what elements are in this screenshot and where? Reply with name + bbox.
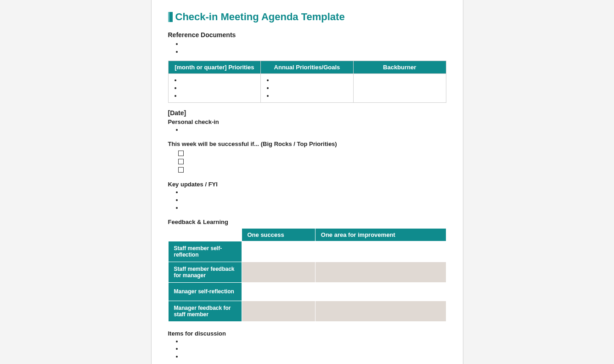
document-page: Check-in Meeting Agenda Template Referen… — [151, 0, 463, 364]
priorities-header-period: [month or quarter] Priorities — [168, 61, 261, 73]
section-personal-checkin: Personal check-in — [168, 118, 446, 125]
feedback-row-manager-self: Manager self-reflection — [168, 282, 242, 301]
list-item — [183, 48, 446, 56]
feedback-row-manager-for-staff: Manager feedback for staff member — [168, 301, 242, 321]
feedback-cell — [315, 282, 446, 301]
section-reference-documents: Reference Documents — [168, 31, 446, 39]
list-item — [183, 353, 446, 361]
checkbox-item[interactable] — [178, 149, 446, 157]
section-successful-if: This week will be successful if... (Big … — [168, 140, 446, 147]
section-feedback-learning: Feedback & Learning — [168, 218, 446, 225]
feedback-row-staff-self: Staff member self-reflection — [168, 241, 242, 262]
reference-docs-list — [168, 40, 446, 56]
title-row: Check-in Meeting Agenda Template — [168, 11, 446, 23]
section-items-discussion: Items for discussion — [168, 330, 446, 337]
key-updates-list — [168, 189, 446, 212]
feedback-table: One success One area for improvement Sta… — [168, 228, 446, 322]
personal-checkin-list — [168, 126, 446, 134]
bookmark-icon — [168, 12, 173, 22]
priorities-cell-annual — [261, 73, 354, 103]
priorities-cell-backburner — [353, 73, 446, 103]
feedback-header-success: One success — [242, 228, 315, 241]
feedback-cell — [315, 262, 446, 282]
list-item — [183, 204, 446, 212]
list-item — [274, 92, 350, 100]
priorities-table: [month or quarter] Priorities Annual Pri… — [168, 61, 446, 103]
section-key-updates: Key updates / FYI — [168, 181, 446, 188]
checkbox-item[interactable] — [178, 166, 446, 174]
list-item — [181, 92, 258, 100]
checkbox-item[interactable] — [178, 158, 446, 166]
feedback-row-staff-for-manager: Staff member feedback for manager — [168, 262, 242, 282]
section-date: [Date] — [168, 109, 446, 117]
priorities-header-annual: Annual Priorities/Goals — [261, 61, 354, 73]
page-title: Check-in Meeting Agenda Template — [175, 11, 345, 23]
feedback-cell — [242, 241, 315, 262]
list-item — [274, 77, 350, 84]
list-item — [183, 196, 446, 204]
list-item — [183, 40, 446, 48]
list-item — [183, 189, 446, 196]
list-item — [183, 126, 446, 134]
feedback-header-improvement: One area for improvement — [315, 228, 446, 241]
feedback-cell — [315, 301, 446, 321]
list-item — [181, 77, 258, 84]
list-item — [274, 84, 350, 92]
list-item — [183, 345, 446, 353]
feedback-cell — [242, 301, 315, 321]
feedback-cell — [242, 262, 315, 282]
successful-if-list — [168, 149, 446, 174]
items-discussion-list — [168, 338, 446, 361]
priorities-header-backburner: Backburner — [353, 61, 446, 73]
feedback-header-blank — [168, 228, 242, 241]
feedback-cell — [315, 241, 446, 262]
list-item — [183, 338, 446, 346]
list-item — [181, 84, 258, 92]
priorities-cell-period — [168, 73, 261, 103]
feedback-cell — [242, 282, 315, 301]
